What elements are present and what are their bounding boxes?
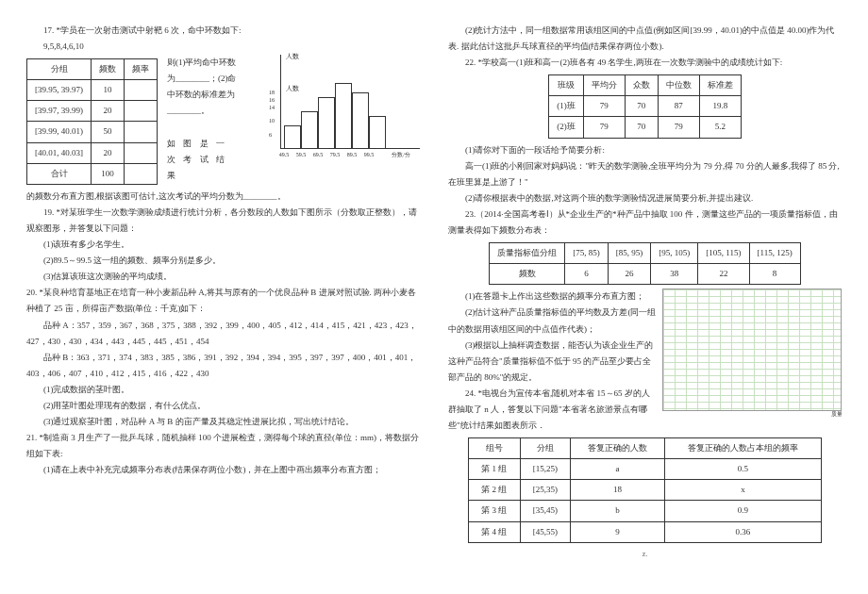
td: 18 [571,480,664,501]
td: [45,55) [520,521,571,542]
ytick: 6 [269,129,272,140]
td: 0.5 [664,459,822,480]
bar [318,97,335,149]
td: [25,35) [520,480,571,501]
q22-table: 班级 平均分 众数 中位数 标准差 (1)班79708719.8 (2)班797… [548,74,742,138]
q20-1: (1)完成数据的茎叶图。 [26,382,420,398]
q19-3: (3)估算该班这次测验的平均成绩。 [26,269,420,285]
th: [105, 115) [698,243,749,264]
q17-rule: 则(1)平均命中环数为________；(2)命中环数的标准差为________… [167,55,241,119]
td: 6 [565,264,609,285]
td: 0.9 [664,501,822,521]
td: (2)班 [549,117,584,138]
td: 10 [92,80,125,101]
ylabel2: 人数 [286,83,299,95]
td: 22 [698,264,749,285]
th: 质量指标值分组 [490,243,565,264]
td: 20 [92,101,125,122]
q20-3: (3)通过观察茎叶图，对品种 A 与 B 的亩产量及其稳定性进展比拟，写出统计结… [26,414,420,430]
xtick: 79.5 [330,150,341,160]
q17-row: 分组 频数 频率 [39.95, 39.97)10 [39.97, 39.99)… [26,55,420,189]
th: 答复正确的人数 [571,438,664,459]
td: (1)班 [549,96,584,117]
td: a [571,459,664,480]
q24-table: 组号 分组 答复正确的人数 答复正确的人数占本组的频率 第 1 组[15,25)… [468,437,822,542]
td: 0.36 [664,521,822,542]
footer: z. [448,547,842,561]
td: 5.2 [699,117,741,138]
td: 第 3 组 [468,501,520,521]
th: [95, 105) [651,243,698,264]
histogram-chart: 人数 12 人数 18 16 14 10 6 49.5 59.5 69.5 79… [259,55,420,158]
th: 组号 [468,438,520,459]
q17-side: 如 图 是 一 次 考 试 结 果 [167,136,241,184]
th: [115, 125) [749,243,800,264]
th: 分组 [27,59,92,80]
q17-intro: 17. *学员在一次射击测试中射靶 6 次，命中环数如下: [26,23,420,39]
th: 答复正确的人数占本组的频率 [664,438,822,459]
td: x [664,480,822,501]
left-column: 17. *学员在一次射击测试中射靶 6 次，命中环数如下: 9,5,8,4,6,… [26,23,420,571]
q22-1: (1)请你对下面的一段话给予简要分析: [448,142,842,158]
th: 班级 [549,75,584,96]
th: [75, 85) [565,243,609,264]
grid-chart: 频率/组距 质量指标值 [662,289,842,411]
xtick: 49.5 [279,150,290,160]
xtick: 分数/分 [392,150,410,160]
td: 70 [625,117,658,138]
td: 8 [749,264,800,285]
ytick: 14 [269,102,275,112]
td: 79 [583,96,625,117]
td: 79 [583,117,625,138]
q22: 22. *学校高一(1)班和高一(2)班各有 49 名学生,两班在一次数学测验中… [448,55,842,71]
td: 87 [658,96,699,117]
td: [40.01, 40.03] [27,142,92,163]
q19: 19. *对某班学生一次数学测验成绩进行统计分析，各分数段的人数如下图所示（分数… [26,205,420,237]
q18-tail: 的频数分布直方图,根据该图可估计,这次考试的平均分数为________。 [26,189,420,205]
td: 第 4 组 [468,521,520,542]
q23: 23.（2014·全国高考卷Ⅰ）从*企业生产的*种产品中抽取 100 件，测量这… [448,206,842,239]
td: 50 [92,122,125,142]
th: 分组 [520,438,571,459]
q17-table: 分组 频数 频率 [39.95, 39.97)10 [39.97, 39.99)… [26,58,158,185]
td: 79 [658,117,699,138]
td [125,122,158,142]
bar [352,92,369,149]
q19-1: (1)该班有多少名学生。 [26,237,420,253]
td: 第 2 组 [468,480,520,501]
q21-1: (1)请在上表中补充完成频率分布表(结果保存两位小数)，并在上图中画出频率分布直… [26,462,420,478]
th: [85, 95) [608,243,651,264]
th: 标准差 [699,75,741,96]
bar [335,83,352,149]
bar [284,125,301,149]
q22-2: (2)请你根据表中的数据,对这两个班的数学测验情况进展简要分析,并提出建议. [448,190,842,206]
td: 26 [608,264,651,285]
q19-2: (2)89.5～99.5 这一组的频数、频率分别是多少。 [26,253,420,269]
td: 19.8 [699,96,741,117]
td: 合计 [27,163,92,184]
q20-2: (2)用茎叶图处理现有的数据，有什么优点。 [26,398,420,414]
xtick: 89.5 [347,150,358,160]
q17-right: 则(1)平均命中环数为________；(2)命中环数的标准差为________… [167,55,241,184]
td: 100 [92,163,125,184]
q23-block: 频率/组距 质量指标值 (1)在答题卡上作出这些数据的频率分布直方图； (2)估… [448,289,842,434]
q20: 20. *某良种培育基地正在培育一种小麦新品种 A,将其与原有的一个优良品种 B… [26,285,420,317]
td [125,142,158,163]
xtick: 69.5 [313,150,324,160]
td: 20 [92,142,125,163]
ylabel: 人数 [286,51,299,63]
td: 第 1 组 [468,459,520,480]
td: [15,25) [520,459,571,480]
td [125,80,158,101]
th: 频数 [92,59,125,80]
q21-2: (2)统计方法中，同一组数据常用该组区间的中点值(例如区间[39.99，40.0… [448,23,842,55]
ytick: 10 [269,115,275,125]
th: 众数 [625,75,658,96]
xtick: 59.5 [296,150,307,160]
q20-a: 品种 A：357，359，367，368，375，388，392，399，400… [26,318,420,350]
th: 平均分 [583,75,625,96]
q20-b: 品种 B：363，371，374，383，385，386，391，392，394… [26,350,420,382]
bar [301,111,318,149]
xtick: 99.5 [364,150,375,160]
grid-ylabel: 频率/组距 [659,289,684,290]
